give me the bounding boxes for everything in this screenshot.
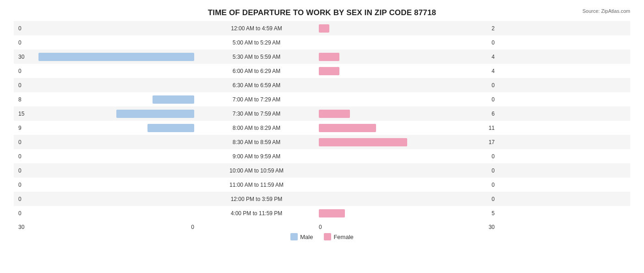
- male-bar-wrap: [14, 152, 194, 161]
- time-label: 7:30 AM to 7:59 AM: [197, 111, 316, 117]
- male-value: 8: [18, 96, 22, 103]
- male-value: 0: [18, 39, 22, 46]
- bar-row: 8 7:00 AM to 7:29 AM 0: [14, 92, 630, 106]
- right-section: 0: [316, 167, 499, 175]
- bar-row: 0 9:00 AM to 9:59 AM 0: [14, 149, 630, 163]
- time-label: 12:00 PM to 3:59 PM: [197, 196, 316, 202]
- female-value: 4: [491, 54, 495, 60]
- male-bar-wrap: [14, 81, 194, 89]
- female-bar: [319, 24, 329, 33]
- male-value: 0: [18, 82, 22, 89]
- left-section: 0: [14, 39, 197, 47]
- chart-container: TIME OF DEPARTURE TO WORK BY SEX IN ZIP …: [0, 0, 644, 273]
- chart-source: Source: ZipAtlas.com: [582, 8, 630, 14]
- male-bar-wrap: [14, 124, 194, 132]
- legend-male: Male: [290, 233, 313, 240]
- left-section: 0: [14, 209, 197, 217]
- male-value: 15: [18, 111, 24, 117]
- female-value: 17: [489, 139, 495, 145]
- left-section: 15: [14, 110, 197, 118]
- female-value: 4: [491, 68, 495, 74]
- axis-right: 0 30: [316, 224, 499, 230]
- right-section: 2: [316, 24, 499, 33]
- legend-female-label: Female: [333, 234, 353, 240]
- male-bar-wrap: [14, 53, 194, 61]
- female-value: 11: [489, 125, 495, 131]
- male-value: 0: [18, 167, 22, 174]
- bar-row: 9 8:00 AM to 8:29 AM 11: [14, 121, 630, 135]
- female-bar: [319, 67, 339, 75]
- left-section: 0: [14, 181, 197, 189]
- right-section: 0: [316, 181, 499, 189]
- female-value: 0: [491, 39, 495, 46]
- female-value: 0: [491, 96, 495, 103]
- time-label: 8:00 AM to 8:29 AM: [197, 125, 316, 131]
- male-value: 0: [18, 25, 22, 32]
- male-bar-wrap: [14, 195, 194, 203]
- bar-row: 0 12:00 AM to 4:59 AM 2: [14, 21, 630, 35]
- time-label: 10:00 AM to 10:59 AM: [197, 167, 316, 174]
- time-label: 8:30 AM to 8:59 AM: [197, 139, 316, 145]
- bar-row: 0 11:00 AM to 11:59 AM 0: [14, 178, 630, 192]
- female-value: 0: [491, 82, 495, 89]
- male-bar-wrap: [14, 24, 194, 33]
- male-bar-wrap: [14, 167, 194, 175]
- bar-row: 15 7:30 AM to 7:59 AM 6: [14, 106, 630, 121]
- male-bar-wrap: [14, 209, 194, 217]
- axis-left: 30 0: [14, 224, 197, 230]
- bar-row: 30 5:30 AM to 5:59 AM 4: [14, 50, 630, 64]
- male-bar-wrap: [14, 138, 194, 146]
- male-bar: [116, 110, 194, 118]
- bar-row: 0 10:00 AM to 10:59 AM 0: [14, 163, 630, 178]
- left-section: 0: [14, 24, 197, 33]
- female-value: 0: [491, 196, 495, 202]
- bar-row: 0 5:00 AM to 5:29 AM 0: [14, 35, 630, 50]
- bar-row: 0 8:30 AM to 8:59 AM 17: [14, 135, 630, 149]
- male-value: 0: [18, 182, 22, 188]
- female-bar: [319, 124, 376, 132]
- bar-row: 0 4:00 PM to 11:59 PM 5: [14, 206, 630, 220]
- right-section: 4: [316, 53, 499, 61]
- right-section: 4: [316, 67, 499, 75]
- axis-right-max: 30: [489, 224, 495, 230]
- right-section: 0: [316, 39, 499, 47]
- left-section: 8: [14, 95, 197, 104]
- left-section: 9: [14, 124, 197, 132]
- left-section: 0: [14, 81, 197, 89]
- right-section: 5: [316, 209, 499, 217]
- chart-area: 0 12:00 AM to 4:59 AM 2 0 5:00 AM to 5:2…: [14, 21, 630, 220]
- male-bar-wrap: [14, 39, 194, 47]
- left-section: 0: [14, 138, 197, 146]
- male-bar-wrap: [14, 181, 194, 189]
- female-value: 0: [491, 153, 495, 160]
- female-value: 0: [491, 182, 495, 188]
- female-value: 0: [491, 167, 495, 174]
- male-bar: [38, 53, 194, 61]
- bar-row: 0 12:00 PM to 3:59 PM 0: [14, 192, 630, 206]
- left-section: 0: [14, 152, 197, 161]
- time-label: 4:00 PM to 11:59 PM: [197, 210, 316, 217]
- axis-right-min: 0: [319, 224, 322, 230]
- female-value: 6: [491, 111, 495, 117]
- right-section: 0: [316, 152, 499, 161]
- male-value: 0: [18, 153, 22, 160]
- chart-title: TIME OF DEPARTURE TO WORK BY SEX IN ZIP …: [14, 8, 630, 17]
- axis-left-max: 0: [191, 224, 194, 230]
- bar-row: 0 6:30 AM to 6:59 AM 0: [14, 78, 630, 92]
- left-section: 0: [14, 167, 197, 175]
- female-bar: [319, 110, 350, 118]
- male-bar-wrap: [14, 95, 194, 104]
- axis-left-min: 30: [18, 224, 24, 230]
- time-label: 5:00 AM to 5:29 AM: [197, 39, 316, 46]
- time-label: 11:00 AM to 11:59 AM: [197, 182, 316, 188]
- male-value: 0: [18, 68, 22, 74]
- right-section: 0: [316, 195, 499, 203]
- female-bar: [319, 138, 407, 146]
- time-label: 12:00 AM to 4:59 AM: [197, 25, 316, 32]
- legend-female: Female: [324, 233, 353, 240]
- axis-row: 30 0 0 30: [14, 224, 630, 230]
- legend-row: Male Female: [14, 233, 630, 240]
- male-value: 30: [18, 54, 24, 60]
- left-section: 30: [14, 53, 197, 61]
- bar-row: 0 6:00 AM to 6:29 AM 4: [14, 64, 630, 78]
